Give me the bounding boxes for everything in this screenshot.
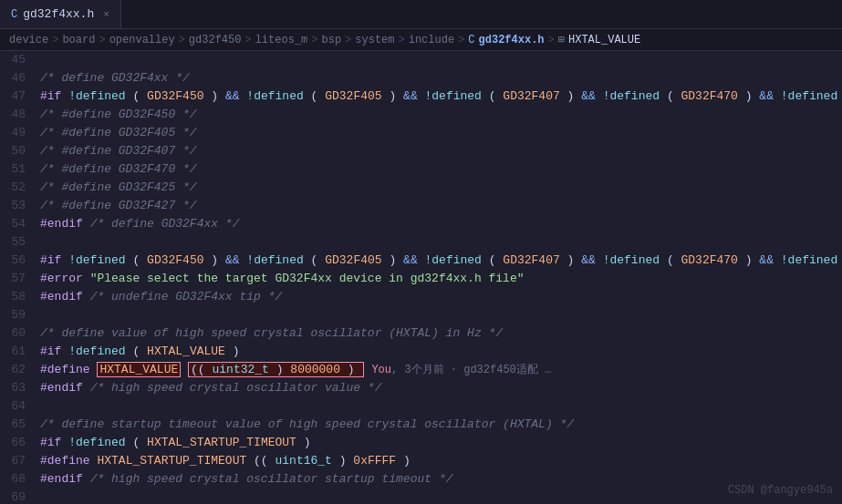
comment-49: /* #define GD32F405 */ — [40, 126, 197, 139]
paren-62c: ) — [348, 363, 355, 376]
p-56e: ( — [489, 253, 496, 267]
watermark: CSDN @fangye945a — [728, 484, 833, 497]
hash-57: #error — [40, 272, 83, 285]
hash-47: #if — [40, 89, 61, 103]
breadcrumb-device[interactable]: device — [9, 34, 48, 46]
string-57: "Please select the target GD32F4xx devic… — [90, 272, 525, 285]
code-line-57: #error "Please select the target GD32F4x… — [40, 270, 842, 288]
code-line-45 — [40, 51, 842, 69]
ln-69: 69 — [5, 489, 26, 502]
comment-52: /* #define GD32F425 */ — [40, 180, 197, 194]
number-67: 0xFFFF — [353, 454, 396, 468]
ln-49: 49 — [5, 124, 26, 142]
ln-46: 46 — [5, 69, 26, 87]
p-56a: ( — [132, 253, 140, 267]
code-line-53: /* #define GD32F427 */ — [40, 197, 842, 215]
breadcrumb-board[interactable]: board — [62, 34, 95, 46]
p-56c: ( — [311, 253, 318, 267]
breadcrumb-system[interactable]: system — [355, 34, 394, 46]
breadcrumb-file-icon: C — [468, 34, 474, 46]
macro-47d: GD32F470 — [681, 89, 738, 103]
code-line-66: #if !defined ( HXTAL_STARTUP_TIMEOUT ) — [40, 434, 842, 452]
breadcrumb-liteos[interactable]: liteos_m — [255, 34, 308, 46]
p-61a: ( — [132, 345, 140, 358]
hash-56: #if — [40, 253, 61, 267]
tab-close-button[interactable]: × — [103, 9, 109, 20]
ln-48: 48 — [5, 106, 26, 124]
code-line-64 — [40, 397, 842, 416]
comment-48: /* #define GD32F450 */ — [40, 108, 197, 121]
sep4: > — [244, 34, 251, 46]
paren-62a: (( — [191, 363, 205, 376]
nd-56e: !defined — [781, 253, 837, 267]
paren-47g: ( — [667, 89, 674, 103]
ln-61: 61 — [5, 343, 26, 361]
code-line-69 — [40, 489, 842, 502]
sep2: > — [99, 34, 105, 46]
paren-47c: ( — [311, 89, 318, 103]
breadcrumb-filename[interactable]: gd32f4xx.h — [479, 34, 545, 46]
breadcrumb-gd32f450[interactable]: gd32f450 — [189, 34, 242, 46]
nd-56b: !defined — [246, 253, 303, 267]
active-tab[interactable]: C gd32f4xx.h × — [0, 0, 121, 28]
code-line-50: /* #define GD32F407 */ — [40, 142, 842, 160]
hash-68: #endif — [40, 472, 83, 486]
comment-58: /* undefine GD32F4xx tip */ — [90, 290, 283, 303]
comment-54: /* define GD32F4xx */ — [90, 217, 240, 231]
not-defined-47e: !defined — [781, 89, 837, 103]
not-defined-47b: !defined — [246, 89, 303, 103]
comment-65: /* define startup timeout value of high … — [40, 417, 574, 431]
code-line-49: /* #define GD32F405 */ — [40, 124, 842, 142]
comment-63: /* high speed crystal oscillator value *… — [90, 381, 382, 395]
op-56a: && — [225, 253, 240, 267]
code-line-65: /* define startup timeout value of high … — [40, 416, 842, 434]
breadcrumb-openvalley[interactable]: openvalley — [109, 34, 175, 46]
ln-55: 55 — [5, 233, 26, 252]
code-line-51: /* #define GD32F470 */ — [40, 160, 842, 179]
ln-67: 67 — [5, 452, 26, 470]
nd-56a: !defined — [68, 253, 125, 267]
code-line-68: #endif /* high speed crystal oscillator … — [40, 470, 842, 489]
breadcrumb-symbol[interactable]: HXTAL_VALUE — [568, 34, 640, 46]
sep3: > — [179, 34, 185, 46]
sep5: > — [311, 34, 317, 46]
macro-47b: GD32F405 — [325, 89, 381, 103]
line-numbers: 45 46 47 48 49 50 51 52 53 54 55 56 57 5… — [0, 51, 33, 502]
p-67c: ) — [403, 454, 411, 468]
m-56b: GD32F405 — [325, 253, 381, 267]
breadcrumb-include[interactable]: include — [409, 34, 454, 46]
breadcrumb: device > board > openvalley > gd32f450 >… — [0, 29, 842, 51]
p-56b: ) — [211, 253, 218, 267]
p-66b: ) — [304, 436, 311, 449]
op-47c: && — [581, 89, 596, 103]
paren-47a: ( — [132, 89, 140, 103]
op-47b: && — [403, 89, 418, 103]
op-56d: && — [759, 253, 774, 267]
ln-58: 58 — [5, 288, 26, 306]
m-56c: GD32F407 — [503, 253, 559, 267]
paren-47h: ) — [745, 89, 753, 103]
tab-bar: C gd32f4xx.h × — [0, 0, 842, 29]
code-line-48: /* #define GD32F450 */ — [40, 106, 842, 124]
p-66a: ( — [132, 436, 140, 449]
hash-58: #endif — [40, 290, 83, 303]
code-line-62: #define HXTAL_VALUE (( uint32_t ) 800000… — [40, 361, 842, 379]
p-56h: ) — [745, 253, 753, 267]
tooltip-62: You, 3个月前 · gd32f450适配 … — [371, 364, 551, 376]
nd-56c: !defined — [425, 253, 482, 267]
ln-50: 50 — [5, 142, 26, 160]
code-line-54: #endif /* define GD32F4xx */ — [40, 215, 842, 233]
breadcrumb-bsp[interactable]: bsp — [321, 34, 341, 46]
macro-47c: GD32F407 — [503, 89, 559, 103]
paren-47e: ( — [489, 89, 496, 103]
op-47a: && — [225, 89, 240, 103]
editor: 45 46 47 48 49 50 51 52 53 54 55 56 57 5… — [0, 51, 842, 502]
comment-50: /* #define GD32F407 */ — [40, 144, 197, 158]
macro-61: HXTAL_VALUE — [147, 345, 225, 358]
number-62: 8000000 — [290, 363, 340, 376]
comment-53: /* #define GD32F427 */ — [40, 199, 197, 212]
code-line-67: #define HXTAL_STARTUP_TIMEOUT (( uint16_… — [40, 452, 842, 470]
code-area[interactable]: /* define GD32F4xx */ #if !defined ( GD3… — [33, 51, 842, 502]
ln-59: 59 — [5, 306, 26, 324]
ln-62: 62 — [5, 361, 26, 379]
